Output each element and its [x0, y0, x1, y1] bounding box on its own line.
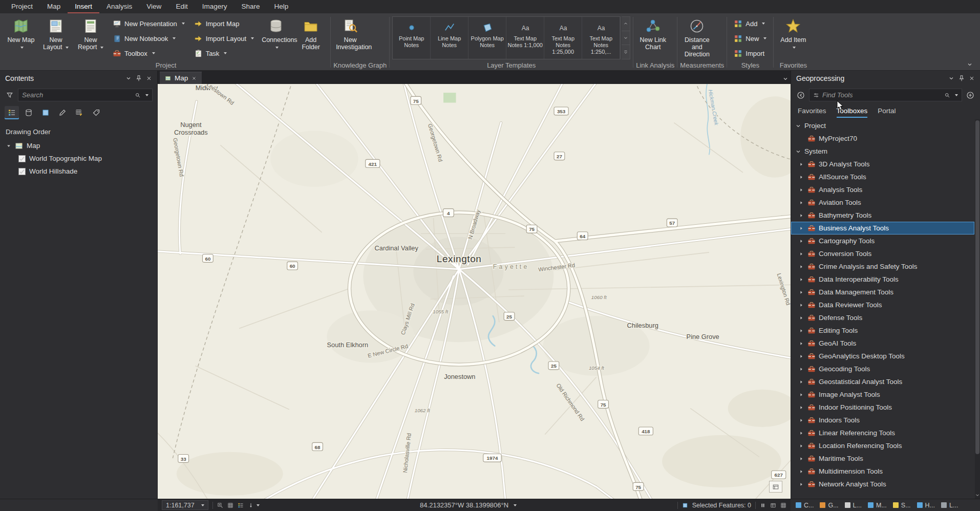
expander-icon[interactable] — [798, 315, 804, 321]
tool-item-geostatistical-analyst-tools[interactable]: Geostatistical Analyst Tools — [791, 375, 974, 388]
expander-icon[interactable] — [798, 482, 804, 487]
add-folder-button[interactable]: Add Folder — [294, 15, 328, 59]
menu-tab-analysis[interactable]: Analysis — [99, 0, 139, 13]
add-button[interactable]: Add — [730, 16, 771, 31]
tab-list-by-drawing-order[interactable] — [5, 106, 19, 119]
zoom-selection-icon[interactable] — [217, 502, 223, 508]
menu-tab-imagery[interactable]: Imagery — [195, 0, 235, 13]
attribute-table-icon[interactable] — [770, 502, 776, 508]
tool-item-linear-referencing-tools[interactable]: Linear Referencing Tools — [791, 427, 974, 439]
tool-item-data-management-tools[interactable]: Data Management Tools — [791, 286, 974, 299]
expander-icon[interactable] — [798, 303, 804, 308]
expander-icon[interactable] — [798, 469, 804, 474]
import-map-button[interactable]: Import Map — [190, 16, 259, 31]
dock-tab-m[interactable]: M... — [868, 502, 887, 509]
new-layout-button[interactable]: New Layout — [39, 15, 73, 59]
new-report-button[interactable]: New Report — [74, 15, 108, 59]
find-tools-input[interactable]: Find Tools — [809, 89, 962, 101]
tool-item-location-referencing-tools[interactable]: Location Referencing Tools — [791, 439, 974, 452]
expander-icon[interactable] — [798, 328, 804, 333]
expander-icon[interactable] — [798, 418, 804, 423]
contents-search-input[interactable]: Search — [18, 89, 153, 101]
layer-checkbox[interactable] — [18, 155, 26, 162]
tool-item-data-interoperability-tools[interactable]: Data Interoperability Tools — [791, 273, 974, 286]
new-notebook-button[interactable]: New Notebook — [109, 31, 189, 46]
menu-tab-map[interactable]: Map — [40, 0, 68, 13]
tool-item-defense-tools[interactable]: Defense Tools — [791, 311, 974, 324]
tool-item-data-reviewer-tools[interactable]: Data Reviewer Tools — [791, 299, 974, 311]
dock-tab-s[interactable]: S... — [893, 502, 911, 509]
tab-list-by-selection[interactable] — [38, 106, 53, 119]
map-coordinates[interactable]: 84.2132357°W 38.1399806°N — [420, 501, 517, 509]
close-icon[interactable] — [967, 73, 977, 83]
tree-group-system[interactable]: System — [791, 145, 974, 158]
tab-list-dropdown-icon[interactable] — [780, 74, 791, 84]
tool-item-multidimension-tools[interactable]: Multidimension Tools — [791, 465, 974, 478]
tool-item-network-analyst-tools[interactable]: Network Analyst Tools — [791, 478, 974, 491]
expander-icon[interactable] — [798, 392, 804, 397]
expander-icon[interactable] — [798, 456, 804, 461]
map-overview-button[interactable] — [769, 481, 782, 493]
dropdown-caret-icon[interactable] — [955, 94, 958, 96]
import-layout-button[interactable]: Import Layout — [190, 31, 259, 46]
tab-list-by-editing[interactable] — [55, 106, 70, 119]
new-link-chart-button[interactable]: New Link Chart — [636, 15, 670, 59]
dock-tab-h[interactable]: H... — [917, 502, 935, 509]
tool-item-3d-analyst-tools[interactable]: 3D Analyst Tools — [791, 158, 974, 171]
panel-menu-icon[interactable] — [946, 73, 956, 83]
tab-list-by-labeling[interactable] — [89, 106, 103, 119]
tab-toolboxes[interactable]: Toolboxes — [837, 105, 868, 118]
expander-icon[interactable] — [798, 341, 804, 346]
ribbon-collapse-button[interactable] — [965, 60, 975, 69]
layer-checkbox[interactable] — [18, 168, 26, 175]
text-map-notes-1-1-000-template[interactable]: Text Map Notes 1:1,000 — [506, 17, 544, 59]
dropdown-caret-icon[interactable] — [145, 94, 148, 96]
new-map-button[interactable]: New Map — [4, 15, 38, 59]
expander-icon[interactable] — [798, 443, 804, 449]
tool-item-bathymetry-tools[interactable]: Bathymetry Tools — [791, 209, 974, 222]
scroll-down-icon[interactable] — [975, 492, 980, 499]
menu-tab-view[interactable]: View — [139, 0, 168, 13]
tab-favorites[interactable]: Favorites — [798, 105, 826, 118]
menu-tab-insert[interactable]: Insert — [68, 0, 99, 13]
expander-icon[interactable] — [798, 277, 804, 282]
map-tree-item[interactable]: Map — [0, 139, 157, 152]
dock-tab-l[interactable]: L... — [845, 502, 862, 509]
menu-tab-help[interactable]: Help — [267, 0, 295, 13]
expander-icon[interactable] — [798, 251, 804, 257]
tab-portal[interactable]: Portal — [878, 105, 896, 118]
new-presentation-button[interactable]: New Presentation — [109, 16, 189, 31]
menu-tab-share[interactable]: Share — [234, 0, 267, 13]
expander-icon[interactable] — [798, 431, 804, 436]
tool-item-maritime-tools[interactable]: Maritime Tools — [791, 452, 974, 465]
add-item-button[interactable]: Add Item — [776, 15, 810, 59]
tool-item-conversion-tools[interactable]: Conversion Tools — [791, 247, 974, 260]
new-button[interactable]: New — [730, 31, 771, 46]
task-button[interactable]: Task — [190, 46, 259, 60]
flow-direction-icon[interactable] — [248, 502, 260, 508]
back-button[interactable] — [796, 90, 806, 100]
tool-item-crime-analysis-and-safety-tools[interactable]: Crime Analysis and Safety Tools — [791, 260, 974, 273]
distance-and-direction-button[interactable]: Distance and Direction — [680, 15, 714, 59]
panel-menu-icon[interactable] — [123, 73, 134, 83]
grid-icon[interactable] — [227, 502, 233, 508]
tool-item-editing-tools[interactable]: Editing Tools — [791, 324, 974, 337]
tool-item-image-analyst-tools[interactable]: Image Analyst Tools — [791, 388, 974, 401]
close-icon[interactable] — [144, 73, 154, 83]
expander-icon[interactable] — [798, 162, 804, 167]
tab-list-by-snapping[interactable] — [72, 106, 87, 119]
tool-item-aviation-tools[interactable]: Aviation Tools — [791, 196, 974, 209]
map-document-tab[interactable]: Map — [160, 72, 202, 84]
tool-item-analysis-tools[interactable]: Analysis Tools — [791, 183, 974, 196]
line-map-notes-template[interactable]: Line Map Notes — [431, 17, 468, 59]
menu-tab-project[interactable]: Project — [4, 0, 40, 13]
tool-item-allsource-tools[interactable]: AllSource Tools — [791, 171, 974, 183]
tool-item-myproject70[interactable]: MyProject70 — [791, 132, 974, 145]
map-canvas[interactable]: MidwayNugentCrossroadsCardinal ValleySou… — [158, 84, 791, 499]
expander-icon[interactable] — [798, 405, 804, 410]
close-map-tab-icon[interactable] — [191, 76, 197, 81]
pin-icon[interactable] — [956, 73, 967, 83]
tab-list-by-data-source[interactable] — [22, 106, 36, 119]
expander-icon[interactable] — [798, 354, 804, 359]
map-scale-select[interactable]: 1:161,737 — [162, 500, 208, 510]
